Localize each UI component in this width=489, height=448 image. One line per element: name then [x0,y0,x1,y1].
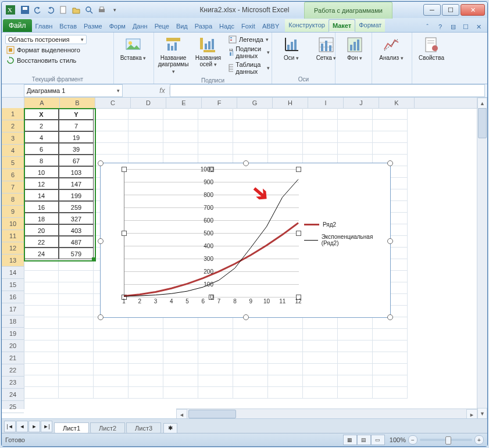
cell[interactable] [94,375,129,387]
file-tab[interactable]: Файл [3,19,32,32]
cell[interactable] [163,375,198,387]
cell[interactable] [24,341,59,352]
row-header[interactable]: 20 [2,340,24,352]
legend-button[interactable]: Легенда▾ [227,35,271,44]
row-header[interactable]: 6 [2,169,24,181]
cell[interactable] [59,341,94,352]
column-header[interactable]: H [273,98,308,108]
row-header[interactable]: 13 [2,255,24,267]
open-icon[interactable] [70,4,82,16]
close-workbook-icon[interactable]: ✕ [473,21,484,32]
cell[interactable] [373,329,408,341]
cell[interactable] [24,375,59,387]
vertical-scrollbar[interactable]: ▲ ▼ [477,98,487,419]
row-header[interactable]: 2 [2,120,24,132]
cell[interactable] [163,317,198,329]
column-header[interactable]: D [131,98,166,108]
cell[interactable] [373,352,408,364]
column-header[interactable]: I [308,98,344,108]
cell[interactable] [198,387,233,399]
chart-title-button[interactable]: Название диаграммы ▾ [158,35,189,76]
cell[interactable] [24,259,59,271]
row-header[interactable]: 24 [2,389,24,401]
cell[interactable]: 4 [24,131,59,143]
cell[interactable] [233,375,268,387]
cell[interactable] [24,306,59,317]
ribbon-tab[interactable]: Вид [173,20,191,32]
scroll-left-icon[interactable]: ◄ [176,409,187,419]
cell[interactable] [198,120,233,131]
tab-nav-prev-icon[interactable]: ◄ [16,421,28,432]
ribbon-tab[interactable]: Разме [80,20,106,32]
cell[interactable] [338,375,373,387]
row-header[interactable]: 17 [2,303,24,316]
cell[interactable] [303,120,338,131]
cell[interactable] [233,329,268,341]
scroll-down-icon[interactable]: ▼ [477,408,487,419]
column-header[interactable]: C [95,98,131,108]
tab-nav-last-icon[interactable]: ►| [41,421,52,432]
cell[interactable] [233,131,268,143]
ribbon-tab-chart-tools[interactable]: Конструктор [285,19,329,32]
cell[interactable] [338,143,373,155]
cell[interactable] [198,143,233,155]
view-page-layout-icon[interactable]: ▤ [357,435,371,445]
cell[interactable] [373,131,408,143]
cell[interactable]: 20 [24,224,59,236]
cell[interactable] [163,143,198,155]
cell[interactable] [94,131,129,143]
cell[interactable] [59,375,94,387]
cell[interactable] [129,120,163,131]
cell[interactable] [198,364,233,375]
cell[interactable] [233,143,268,155]
cell[interactable] [163,120,198,131]
cell[interactable] [198,131,233,143]
cell[interactable] [24,294,59,306]
cell[interactable]: 147 [59,178,94,189]
cell[interactable] [233,108,268,120]
ribbon-tab[interactable]: Foxit [238,20,259,32]
cell[interactable] [198,341,233,352]
cell[interactable] [303,131,338,143]
embedded-chart[interactable]: Ряд2 Экспоненциальная (Ряд2) ➔ 010020030… [100,163,391,318]
cell[interactable]: 14 [24,189,59,201]
cell[interactable]: 10 [24,166,59,178]
scroll-thumb-h[interactable] [188,410,236,418]
cell[interactable] [233,120,268,131]
select-all-corner[interactable] [2,98,24,108]
cell[interactable] [129,341,163,352]
cell[interactable] [373,108,408,120]
ribbon-tab[interactable]: Главн [32,20,56,32]
cell[interactable]: 19 [59,131,94,143]
row-header[interactable]: 11 [2,230,24,242]
cell[interactable] [268,131,303,143]
sheet-tab[interactable]: Лист3 [126,422,161,433]
restore-workbook-icon[interactable]: ⊟ [448,21,458,32]
cell[interactable] [59,294,94,306]
cell[interactable] [94,352,129,364]
cell[interactable] [303,108,338,120]
chart-background-button[interactable]: Фон ▾ [339,35,370,63]
cell[interactable] [198,352,233,364]
cell[interactable]: Y [59,108,94,120]
row-header[interactable]: 19 [2,328,24,340]
cell[interactable] [59,364,94,375]
cell[interactable] [268,364,303,375]
column-header[interactable]: G [237,98,273,108]
cell[interactable]: 579 [59,248,94,259]
app-menu-icon[interactable]: X [4,3,17,16]
cell[interactable] [163,352,198,364]
cell[interactable] [59,271,94,282]
cell[interactable] [129,375,163,387]
row-header[interactable]: 15 [2,279,24,291]
cell[interactable] [94,341,129,352]
cell[interactable] [268,120,303,131]
cell[interactable] [24,329,59,341]
data-labels-button[interactable]: 12Подписи данных▾ [227,45,271,60]
cell[interactable] [268,341,303,352]
cell[interactable]: 2 [24,120,59,131]
row-header[interactable]: 22 [2,364,24,377]
cell[interactable] [24,352,59,364]
cell[interactable] [59,317,94,329]
ribbon-tab[interactable]: Данн [129,20,151,32]
